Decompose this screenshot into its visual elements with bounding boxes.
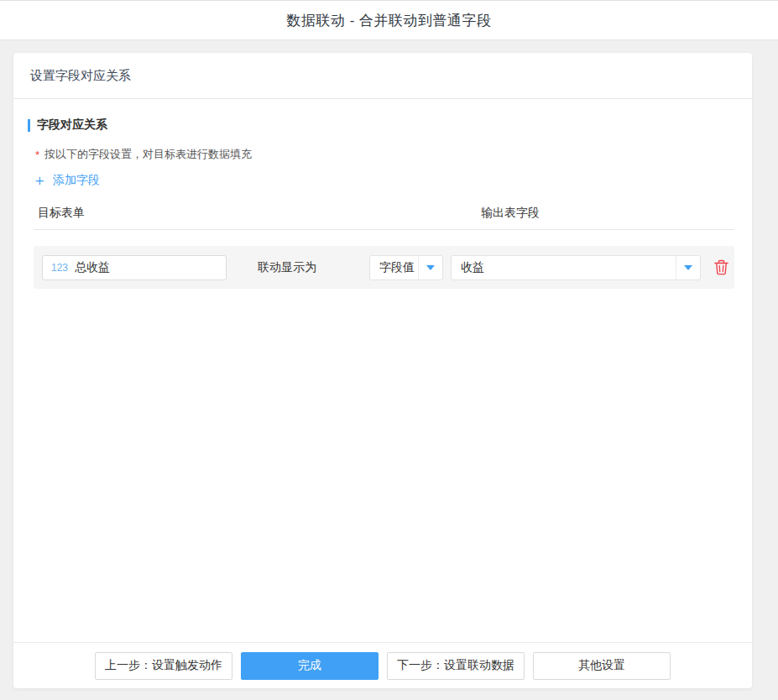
finish-button[interactable]: 完成 xyxy=(241,652,379,680)
chevron-down-icon xyxy=(684,265,692,270)
other-settings-button[interactable]: 其他设置 xyxy=(533,652,671,680)
display-mode-dropdown[interactable]: 字段值 xyxy=(369,255,443,280)
plus-icon: ＋ xyxy=(32,173,47,188)
page-title: 数据联动 - 合并联动到普通字段 xyxy=(286,11,491,30)
card-content: 字段对应关系 * 按以下的字段设置，对目标表进行数据填充 ＋ 添加字段 目标表单… xyxy=(13,99,752,642)
table-header: 目标表单 输出表字段 xyxy=(28,206,735,222)
dialog-header: 数据联动 - 合并联动到普通字段 xyxy=(0,0,778,40)
add-field-label: 添加字段 xyxy=(53,173,100,188)
section-title-label: 字段对应关系 xyxy=(37,118,107,133)
table-row: 123 总收益 联动显示为 字段值 收益 xyxy=(34,246,734,289)
section-title: 字段对应关系 xyxy=(28,118,735,133)
add-field-button[interactable]: ＋ 添加字段 xyxy=(28,173,100,188)
table-divider xyxy=(34,229,734,230)
number-type-badge: 123 xyxy=(51,262,68,274)
section-accent-bar xyxy=(28,119,30,132)
relation-label: 联动显示为 xyxy=(258,260,316,275)
footer-button-bar: 上一步：设置触发动作 完成 下一步：设置联动数据 其他设置 xyxy=(13,642,752,688)
output-field-caret-box[interactable] xyxy=(676,256,700,279)
required-asterisk: * xyxy=(35,149,39,161)
settings-card: 设置字段对应关系 字段对应关系 * 按以下的字段设置，对目标表进行数据填充 ＋ … xyxy=(13,53,752,688)
column-header-output: 输出表字段 xyxy=(481,206,540,221)
card-title: 设置字段对应关系 xyxy=(30,68,131,84)
column-header-target: 目标表单 xyxy=(38,206,85,221)
next-step-button[interactable]: 下一步：设置联动数据 xyxy=(387,652,525,680)
display-mode-value: 字段值 xyxy=(370,256,418,279)
prev-step-button[interactable]: 上一步：设置触发动作 xyxy=(95,652,232,680)
delete-row-button[interactable] xyxy=(713,259,728,276)
target-field-box[interactable]: 123 总收益 xyxy=(42,255,227,280)
target-field-value: 总收益 xyxy=(75,260,110,275)
chevron-down-icon xyxy=(426,265,435,270)
output-field-value: 收益 xyxy=(452,256,676,279)
trash-icon xyxy=(714,259,728,275)
hint-text: 按以下的字段设置，对目标表进行数据填充 xyxy=(44,147,252,162)
output-field-dropdown[interactable]: 收益 xyxy=(451,255,701,280)
hint-row: * 按以下的字段设置，对目标表进行数据填充 xyxy=(28,147,735,162)
card-title-row: 设置字段对应关系 xyxy=(13,53,752,99)
display-mode-caret-box[interactable] xyxy=(418,256,442,279)
